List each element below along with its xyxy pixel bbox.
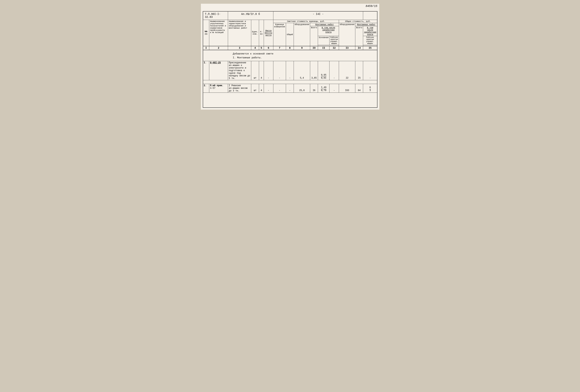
col-workers-unit: Рабочих занятых управл. машин [329,36,339,45]
page-number: 8459/15 [366,5,377,8]
col-all-total: Всего [355,26,363,46]
col-unit-meas: Единица измерения [273,23,286,46]
row2-num: 2. [203,84,209,93]
bottom-spacer [203,93,377,108]
row2-col10: I,49 0,78 [318,84,329,93]
row2-col8: 25,8 [294,84,310,93]
row2-col13: 64 [355,84,363,93]
section-sub: I. Монтажные работы. [203,56,377,61]
row1-col8: 5,4 [294,61,310,80]
row2-code: П.№8 прим. п-57 [209,84,228,93]
section-sub-row: I. Монтажные работы. [203,56,377,61]
col-total-main: Общая стоимость, руб. [339,20,377,23]
row2-qty: 4 [259,84,264,93]
col-qty-header: К-во [259,20,264,46]
row1-col14: - [363,61,377,80]
col-total: Общий [286,23,294,46]
row2-col7: - [286,84,294,93]
header-col1: Т.П.90I-I-32.83 [203,11,228,20]
page-container: 8459/15 Т.П.90I-I-32.83 Ал.УШ/IУ.8 б - I… [201,4,379,110]
col-numbers-row: I 2 3 4 5 6 7 8 9 IO II I2 I3 I4 I5 [203,46,377,50]
row2-desc: I Ревизия ал.машин весом до 3 тн. [228,84,251,93]
row1-col6: - [273,61,286,80]
row2-col6: - [273,84,286,93]
row1-col10: 0,05 0,0I [318,61,329,80]
col-workers-total: Рабочих занятых управл. машин [363,36,377,45]
row2-col11: - [329,84,339,93]
col-num-header: №№ пп [203,20,209,46]
row2-col14: 6 3 [363,84,377,93]
table-row: 2. П.№8 прим. п-57 I Ревизия ал.машин ве… [203,84,377,93]
row2-col5: - [264,84,273,93]
row1-col5: - [264,61,273,80]
row1-col7: - [286,61,294,80]
header-col2: Ал.УШ/IУ.8 б [228,11,273,20]
col-mount-total-header: Монтажных работ [355,23,377,26]
main-table: Т.П.90I-I-32.83 Ал.УШ/IУ.8 б - I4I - №№ … [203,11,377,108]
col-equip-total: Оборудования [339,23,355,46]
row2-unit: шт [251,84,259,93]
col-equip-unit: Оборудования [294,23,310,46]
col-header-row1: №№ пп Наименование укрупненных показател… [203,20,377,23]
col-unit-header: Един. изм. [251,20,259,46]
table-row: I. 8-48I-25 Присоединение ал.машин к эле… [203,61,377,80]
row1-desc: Присоединение ал.машин к электросети и п… [228,61,251,80]
row2-col12: I03 [339,84,355,93]
header-col3: - I4I - [273,11,363,20]
row1-code: 8-48I-25 [209,61,228,80]
col-basic-unit: Основная [318,36,329,45]
row1-num: I. [203,61,209,80]
col-incl-unit: В том числе заработная плата [318,26,339,36]
col-all-unit: Всего [310,26,318,46]
section-header-row: Добавляется к основной смете [203,50,377,56]
col-mass-header: Масса брутто нетто [264,20,273,46]
col-estimate-main: Сметная стоимость единицы, руб. [273,20,339,23]
spacer-row [203,80,377,84]
row1-unit: шт [251,61,259,80]
col-name-header: Наименование укрупненных показателей и н… [209,20,228,46]
row1-col11: - [329,61,339,80]
row1-col12: 22 [339,61,355,80]
col-char-header: Наименование и характеристика оборудован… [228,20,251,46]
top-header-row: Т.П.90I-I-32.83 Ал.УШ/IУ.8 б - I4I - [203,11,377,20]
row1-col13: I5 [355,61,363,80]
section-header: Добавляется к основной смете [203,50,377,56]
col-incl-total: В том числе заработная плата [363,26,377,36]
row1-qty: 4 [259,61,264,80]
col-mount-unit-header: Монтажных работ [310,23,339,26]
row1-col9: 3,85 [310,61,318,80]
row2-col9: I6 [310,84,318,93]
